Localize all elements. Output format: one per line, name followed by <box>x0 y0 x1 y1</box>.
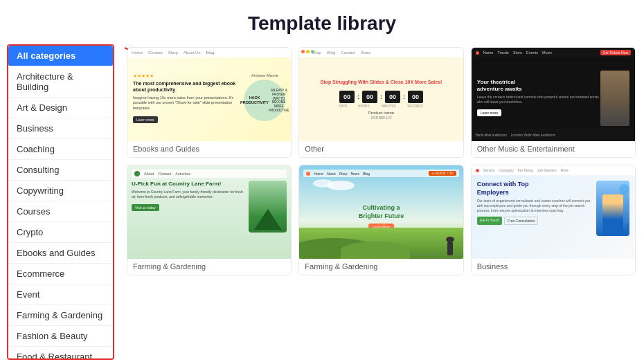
main-layout: All categories Architecture & Building A… <box>0 44 644 360</box>
sidebar-item-ecommerce[interactable]: Ecommerce <box>8 264 113 284</box>
biz-btn-getintouch: Get In Touch <box>477 217 502 225</box>
template-label-business: Business <box>472 259 635 275</box>
template-label-agri: Farming & Gardening <box>299 259 463 275</box>
sidebar-item-architecture[interactable]: Architecture & Building <box>8 66 113 98</box>
sidebar-item-consulting[interactable]: Consulting <box>8 160 113 181</box>
template-label-ebook: Ebooks and Guides <box>127 141 291 157</box>
biz-btn-consultation: Free Consultation <box>504 217 538 225</box>
farm-text: U-Pick Fun at Country Lane Farm! Welcome… <box>132 181 244 212</box>
farm-cta: Visit us today <box>132 204 159 211</box>
template-card-timer[interactable]: ShopBlogContactStore Stop Struggling Wit… <box>298 47 463 158</box>
template-preview-ebook: HomeContactShopAbout UsBlog ★★★★★ The mo… <box>127 48 291 141</box>
sidebar-item-food[interactable]: Food & Restaurant <box>8 347 113 360</box>
music-cta-red: Get Tickets Now <box>600 50 631 55</box>
content-area: HomeContactShopAbout UsBlog ★★★★★ The mo… <box>114 44 644 360</box>
stars: ★★★★★ <box>133 73 238 79</box>
template-preview-business: ServiceCompanyFor HiringJob SeekersMore … <box>472 165 635 259</box>
music-text: Your theatricaladventure awaits Leave th… <box>477 72 600 118</box>
page-title: Template library <box>0 0 644 44</box>
template-preview-music: NameTrestleStoreEventsMusic Get Tickets … <box>472 48 635 141</box>
sidebar: All categories Architecture & Building A… <box>7 44 114 360</box>
sidebar-item-farming[interactable]: Farming & Gardening <box>8 305 113 326</box>
business-nav: ServiceCompanyFor HiringJob SeekersMore <box>472 165 635 175</box>
sidebar-item-copywriting[interactable]: Copywriting <box>8 181 113 201</box>
ebook-headline: The most comprehensive and biggest ebook… <box>133 80 238 93</box>
template-preview-farm: AboutContactActivities U-Pick Fun at Cou… <box>127 165 291 259</box>
sidebar-item-event[interactable]: Event <box>8 284 113 305</box>
template-card-ebook[interactable]: HomeContactShopAbout UsBlog ★★★★★ The mo… <box>127 47 292 158</box>
template-label-timer: Other <box>299 141 463 157</box>
template-preview-agri: HomeAboutShopNewsBlog +1(43)838 7760 Cul… <box>299 165 463 259</box>
agri-nav: HomeAboutShopNewsBlog +1(43)838 7760 <box>303 170 458 177</box>
sidebar-item-coaching[interactable]: Coaching <box>8 139 113 160</box>
sidebar-item-all-categories[interactable]: All categories <box>8 46 113 66</box>
timer-display: 00 : 00 : 00 : 00 <box>339 91 423 103</box>
sidebar-item-courses[interactable]: Courses <box>8 201 113 222</box>
business-text: Connect with TopEmployers Our team of ex… <box>477 171 592 253</box>
timer-labels: DAYS HOURS MINUTES SECONDS <box>335 104 427 108</box>
template-preview-timer: ShopBlogContactStore Stop Struggling Wit… <box>299 48 463 141</box>
sidebar-item-fashion[interactable]: Fashion & Beauty <box>8 326 113 347</box>
music-footer: Berlin Main Auditorium Location: Berlin … <box>472 129 635 141</box>
sidebar-item-business[interactable]: Business <box>8 118 113 139</box>
templates-grid: HomeContactShopAbout UsBlog ★★★★★ The mo… <box>127 44 636 275</box>
sidebar-item-art-design[interactable]: Art & Design <box>8 98 113 118</box>
ebook-cta: Learn more <box>133 116 158 123</box>
ebook-circle: HACKPRODUCTIVITYAN EASY & PROVEN WAY TO … <box>244 80 285 121</box>
ebook-subtext: Imagine having 10x more sales from your … <box>133 95 238 111</box>
template-card-music[interactable]: NameTrestleStoreEventsMusic Get Tickets … <box>471 47 636 158</box>
template-label-music: Other Music & Entertainment <box>472 141 635 157</box>
template-card-farm[interactable]: AboutContactActivities U-Pick Fun at Cou… <box>127 165 292 275</box>
music-image <box>600 71 629 126</box>
sidebar-item-ebooks[interactable]: Ebooks and Guides <box>8 243 113 264</box>
product-name: Product name <box>368 111 394 115</box>
ebook-nav: HomeContactShopAbout UsBlog <box>127 48 291 57</box>
farm-nav: AboutContactActivities <box>132 170 287 178</box>
business-image <box>596 181 629 236</box>
farm-image <box>249 181 287 233</box>
sidebar-item-crypto[interactable]: Crypto <box>8 222 113 243</box>
music-learn-btn: Learn more <box>477 109 502 116</box>
template-card-business[interactable]: ServiceCompanyFor HiringJob SeekersMore … <box>471 165 636 275</box>
business-btns: Get In Touch Free Consultation <box>477 217 592 225</box>
timer-headline: Stop Struggling With Slides & Close 10X … <box>321 79 442 85</box>
template-label-farm: Farming & Gardening <box>127 259 291 275</box>
music-nav: NameTrestleStoreEventsMusic Get Tickets … <box>472 48 635 57</box>
template-card-agri[interactable]: HomeAboutShopNewsBlog +1(43)838 7760 Cul… <box>298 165 463 275</box>
